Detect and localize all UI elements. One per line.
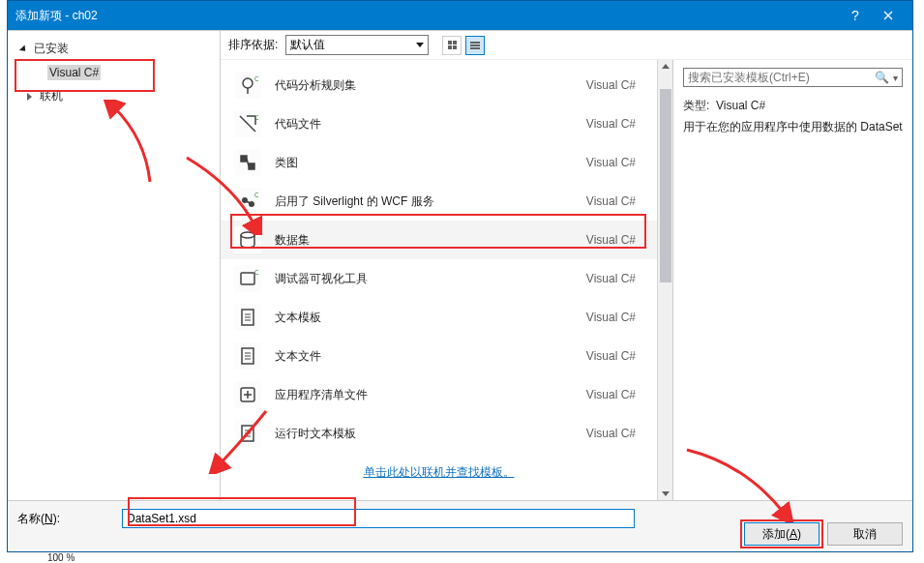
template-lang: Visual C# <box>586 117 636 131</box>
list-item[interactable]: C#代码分析规则集Visual C# <box>221 66 657 104</box>
template-lang: Visual C# <box>586 349 636 363</box>
view-list-button[interactable] <box>465 36 485 55</box>
toolbar: 排序依据: <box>221 31 912 60</box>
template-icon: C# <box>234 72 261 99</box>
zoom-level: 100 % <box>45 552 76 563</box>
template-icon: C# <box>234 265 261 292</box>
list-icon <box>470 42 480 49</box>
cancel-button[interactable]: 取消 <box>827 522 903 546</box>
search-input[interactable] <box>688 71 875 84</box>
template-label: 数据集 <box>275 232 573 249</box>
list-item[interactable]: 文本文件Visual C# <box>221 337 657 375</box>
help-button[interactable]: ? <box>839 1 872 30</box>
list-item[interactable]: C#启用了 Silverlight 的 WCF 服务Visual C# <box>221 182 657 221</box>
search-box[interactable]: 🔍 ▾ <box>683 68 903 87</box>
template-label: 代码文件 <box>275 116 573 133</box>
template-lang: Visual C# <box>586 311 636 324</box>
sort-by-select[interactable] <box>285 35 429 55</box>
template-lang: Visual C# <box>586 427 636 440</box>
dropdown-icon: ▾ <box>893 73 898 83</box>
list-item[interactable]: 文本模板Visual C# <box>221 298 657 337</box>
list-item[interactable]: C#调试器可视化工具Visual C# <box>221 259 657 298</box>
view-grid-button[interactable] <box>442 36 462 55</box>
template-lang: Visual C# <box>586 388 636 401</box>
dialog-title: 添加新项 - ch02 <box>15 8 839 24</box>
scroll-up-icon <box>662 64 670 69</box>
svg-point-0 <box>243 78 253 88</box>
template-icon: C# <box>234 110 261 137</box>
template-label: 调试器可视化工具 <box>275 271 573 287</box>
template-label: 文本模板 <box>275 310 573 326</box>
template-lang: Visual C# <box>586 272 636 285</box>
svg-text:C#: C# <box>254 269 258 276</box>
chevron-right-icon <box>27 93 32 101</box>
grid-icon <box>448 41 457 49</box>
template-icon <box>234 304 261 331</box>
svg-rect-7 <box>241 273 254 284</box>
template-icon: C# <box>234 188 261 215</box>
list-item[interactable]: C#代码文件Visual C# <box>221 104 657 143</box>
preview-description: 用于在您的应用程序中使用数据的 DataSet <box>683 118 903 135</box>
preview-pane: 🔍 ▾ 类型: Visual C# 用于在您的应用程序中使用数据的 DataSe… <box>672 60 912 500</box>
template-label: 启用了 Silverlight 的 WCF 服务 <box>275 193 573 210</box>
svg-point-6 <box>241 232 254 238</box>
search-icon: 🔍 <box>875 71 889 84</box>
template-icon <box>234 381 261 408</box>
template-label: 运行时文本模板 <box>275 426 573 442</box>
titlebar: 添加新项 - ch02 ? <box>8 1 912 30</box>
template-lang: Visual C# <box>586 194 636 208</box>
template-label: 文本文件 <box>275 348 573 365</box>
list-item[interactable]: 应用程序清单文件Visual C# <box>221 375 657 414</box>
add-button[interactable]: 添加(A) <box>744 522 820 546</box>
close-button[interactable] <box>872 1 905 30</box>
sort-by-label: 排序依据: <box>228 37 278 53</box>
name-label: 名称(N): <box>17 511 114 527</box>
template-icon <box>234 226 261 253</box>
chevron-down-icon <box>19 44 28 53</box>
go-online-link[interactable]: 单击此处以联机并查找模板。 <box>364 465 515 479</box>
list-item[interactable]: 数据集Visual C# <box>221 221 657 259</box>
template-lang: Visual C# <box>586 233 636 247</box>
template-lang: Visual C# <box>586 78 636 92</box>
preview-type-line: 类型: Visual C# <box>683 97 903 114</box>
svg-text:C#: C# <box>254 75 258 82</box>
tree-item-installed[interactable]: 已安装 <box>8 37 220 61</box>
template-icon <box>234 342 261 370</box>
svg-text:C#: C# <box>254 114 258 121</box>
svg-text:C#: C# <box>254 192 258 198</box>
add-new-item-dialog: 添加新项 - ch02 ? 已安装 Visual C# 联机 <box>7 0 913 552</box>
template-label: 应用程序清单文件 <box>275 387 573 403</box>
name-input[interactable] <box>122 509 635 528</box>
list-item[interactable]: 类图Visual C# <box>221 143 657 182</box>
tree-item-csharp[interactable]: Visual C# <box>8 61 220 84</box>
template-label: 类图 <box>275 155 573 171</box>
template-label: 代码分析规则集 <box>275 77 573 94</box>
template-list[interactable]: C#代码分析规则集Visual C#C#代码文件Visual C#类图Visua… <box>221 60 657 500</box>
template-lang: Visual C# <box>586 156 636 169</box>
list-item[interactable]: 运行时文本模板Visual C# <box>221 414 657 453</box>
scroll-down-icon <box>662 491 670 496</box>
footer: 名称(N): 添加(A) 取消 <box>8 500 912 551</box>
template-icon <box>234 420 261 447</box>
tree-item-online[interactable]: 联机 <box>8 84 220 108</box>
scrollbar[interactable] <box>657 60 672 500</box>
scroll-thumb[interactable] <box>660 89 671 282</box>
template-icon <box>234 149 261 176</box>
sidebar: 已安装 Visual C# 联机 <box>8 31 221 500</box>
